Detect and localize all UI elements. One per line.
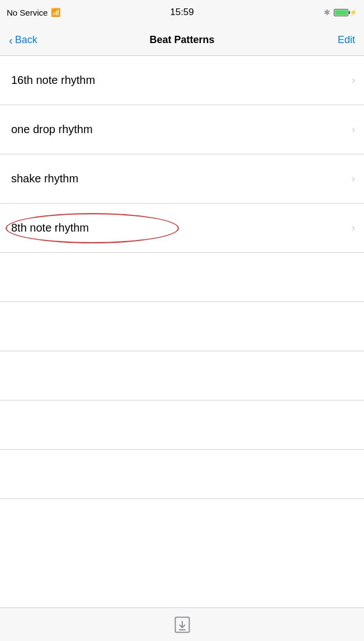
empty-list-item — [0, 450, 364, 499]
chevron-right-icon: › — [352, 173, 355, 185]
status-right: ✱ ⚡ — [324, 8, 357, 17]
empty-list-item — [0, 400, 364, 450]
list-item-highlighted[interactable]: 8th note rhythm › — [0, 204, 364, 253]
back-label: Back — [15, 34, 37, 46]
phone-frame: No Service 📶 15:59 ✱ ⚡ ‹ Back Beat Patte… — [0, 0, 364, 641]
list-item-label: 16th note rhythm — [11, 74, 95, 87]
list-item[interactable]: shake rhythm › — [0, 154, 364, 204]
edit-button[interactable]: Edit — [338, 34, 355, 46]
battery-fill — [335, 10, 347, 15]
empty-list-item — [0, 302, 364, 351]
bluetooth-icon: ✱ — [324, 8, 330, 17]
charging-bolt-icon: ⚡ — [349, 9, 357, 16]
status-left: No Service 📶 — [7, 8, 60, 17]
page-title: Beat Patterns — [149, 34, 214, 46]
empty-list-item — [0, 351, 364, 400]
chevron-right-icon: › — [352, 222, 355, 234]
back-button[interactable]: ‹ Back — [9, 34, 37, 46]
bottom-toolbar — [0, 607, 364, 641]
wifi-icon: 📶 — [51, 8, 60, 17]
chevron-right-icon: › — [352, 124, 355, 135]
battery-icon — [334, 9, 348, 16]
list-item-label: shake rhythm — [11, 172, 78, 185]
list-item[interactable]: 16th note rhythm › — [0, 56, 364, 105]
beat-patterns-list: 16th note rhythm › one drop rhythm › sha… — [0, 56, 364, 607]
import-button[interactable] — [174, 616, 191, 633]
list-item-label: one drop rhythm — [11, 123, 93, 136]
list-item[interactable]: one drop rhythm › — [0, 105, 364, 154]
no-service-text: No Service — [7, 8, 48, 17]
chevron-right-icon: › — [352, 74, 355, 86]
import-icon — [174, 616, 190, 633]
back-chevron-icon: ‹ — [9, 35, 13, 46]
status-bar: No Service 📶 15:59 ✱ ⚡ — [0, 0, 364, 25]
list-item-label: 8th note rhythm — [11, 221, 89, 234]
status-time: 15:59 — [170, 7, 194, 18]
battery-container: ⚡ — [334, 9, 357, 16]
nav-bar: ‹ Back Beat Patterns Edit — [0, 25, 364, 56]
empty-list-item — [0, 253, 364, 302]
